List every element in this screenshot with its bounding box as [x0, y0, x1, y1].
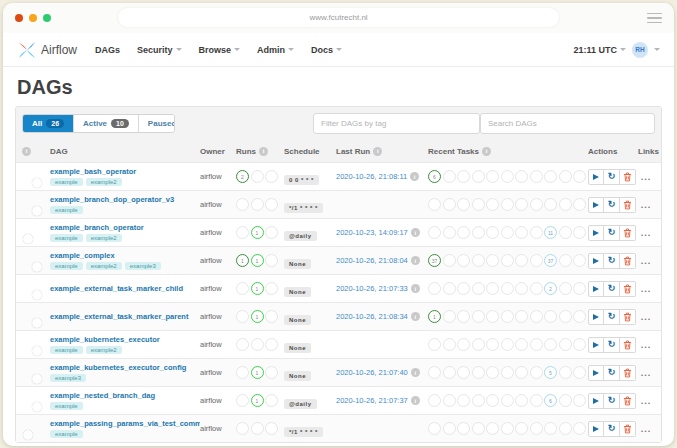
task-circle[interactable]: [559, 282, 572, 295]
task-circle[interactable]: [573, 310, 586, 323]
task-circle[interactable]: [457, 198, 470, 211]
task-circle[interactable]: 5: [544, 366, 557, 379]
task-circle[interactable]: [457, 254, 470, 267]
run-circle[interactable]: [236, 310, 249, 323]
run-circle[interactable]: [236, 366, 249, 379]
links-menu[interactable]: ...: [638, 368, 654, 378]
task-circle[interactable]: [443, 254, 456, 267]
trigger-dag-button[interactable]: [588, 337, 604, 353]
task-circle[interactable]: [457, 338, 470, 351]
schedule-badge[interactable]: 0 0 * * *: [284, 175, 319, 185]
refresh-dag-button[interactable]: ↻: [604, 365, 620, 381]
task-circle[interactable]: [501, 198, 514, 211]
run-circle[interactable]: [251, 422, 264, 435]
run-circle[interactable]: [236, 394, 249, 407]
task-circle[interactable]: [428, 338, 441, 351]
task-circle[interactable]: 2: [544, 282, 557, 295]
task-circle[interactable]: [573, 394, 586, 407]
tag-pill[interactable]: example: [50, 206, 83, 214]
task-circle[interactable]: [443, 422, 456, 435]
airflow-brand[interactable]: Airflow: [17, 40, 77, 60]
task-circle[interactable]: [457, 310, 470, 323]
task-circle[interactable]: [486, 394, 499, 407]
task-circle[interactable]: [559, 226, 572, 239]
trigger-dag-button[interactable]: [588, 281, 604, 297]
trigger-dag-button[interactable]: [588, 421, 604, 437]
schedule-badge[interactable]: None: [284, 259, 311, 269]
nav-item-browse[interactable]: Browse: [199, 45, 241, 55]
refresh-dag-button[interactable]: ↻: [604, 421, 620, 437]
run-circle[interactable]: [265, 226, 278, 239]
task-circle[interactable]: [486, 422, 499, 435]
task-circle[interactable]: [428, 366, 441, 379]
task-circle[interactable]: 11: [544, 226, 557, 239]
task-circle[interactable]: [530, 198, 543, 211]
links-menu[interactable]: ...: [638, 228, 654, 238]
refresh-dag-button[interactable]: ↻: [604, 309, 620, 325]
dag-name-link[interactable]: example_complex: [50, 251, 200, 260]
task-circle[interactable]: [472, 170, 485, 183]
delete-dag-button[interactable]: [620, 421, 636, 437]
delete-dag-button[interactable]: [620, 197, 636, 213]
task-circle[interactable]: 37: [544, 254, 557, 267]
task-circle[interactable]: [486, 198, 499, 211]
delete-dag-button[interactable]: [620, 365, 636, 381]
task-circle[interactable]: [530, 170, 543, 183]
nav-item-security[interactable]: Security: [137, 45, 182, 55]
task-circle[interactable]: [530, 282, 543, 295]
task-circle[interactable]: [559, 422, 572, 435]
task-circle[interactable]: [457, 394, 470, 407]
info-icon[interactable]: i: [482, 147, 491, 156]
task-circle[interactable]: [515, 394, 528, 407]
refresh-dag-button[interactable]: ↻: [604, 393, 620, 409]
task-circle[interactable]: [472, 338, 485, 351]
dag-name-link[interactable]: example_external_task_marker_child: [50, 284, 200, 293]
task-circle[interactable]: [559, 310, 572, 323]
run-circle[interactable]: [236, 338, 249, 351]
task-circle[interactable]: [530, 310, 543, 323]
info-icon[interactable]: i: [411, 256, 420, 265]
task-circle[interactable]: [457, 282, 470, 295]
links-menu[interactable]: ...: [638, 256, 654, 266]
run-circle[interactable]: 1: [251, 226, 264, 239]
task-circle[interactable]: [457, 366, 470, 379]
task-circle[interactable]: [486, 366, 499, 379]
task-circle[interactable]: [501, 366, 514, 379]
run-circle[interactable]: [265, 254, 278, 267]
task-circle[interactable]: [472, 310, 485, 323]
run-circle[interactable]: [251, 170, 264, 183]
run-circle[interactable]: [236, 422, 249, 435]
browser-menu-icon[interactable]: [647, 13, 662, 24]
schedule-badge[interactable]: None: [284, 371, 311, 381]
task-circle[interactable]: [501, 310, 514, 323]
trigger-dag-button[interactable]: [588, 365, 604, 381]
refresh-dag-button[interactable]: ↻: [604, 253, 620, 269]
task-circle[interactable]: [443, 394, 456, 407]
task-circle[interactable]: [443, 226, 456, 239]
task-circle[interactable]: [486, 310, 499, 323]
run-circle[interactable]: [265, 310, 278, 323]
task-circle[interactable]: [559, 198, 572, 211]
task-circle[interactable]: [472, 282, 485, 295]
trigger-dag-button[interactable]: [588, 225, 604, 241]
run-circle[interactable]: 1: [251, 310, 264, 323]
tag-pill[interactable]: example2: [86, 262, 122, 270]
info-icon[interactable]: i: [410, 172, 419, 181]
task-circle[interactable]: [530, 226, 543, 239]
close-window-button[interactable]: [15, 14, 23, 22]
links-menu[interactable]: ...: [638, 396, 654, 406]
task-circle[interactable]: [515, 422, 528, 435]
refresh-dag-button[interactable]: ↻: [604, 337, 620, 353]
tag-pill[interactable]: example3: [125, 262, 161, 270]
task-circle[interactable]: [443, 366, 456, 379]
task-circle[interactable]: [472, 254, 485, 267]
info-icon[interactable]: i: [373, 147, 382, 156]
links-menu[interactable]: ...: [638, 200, 654, 210]
last-run-link[interactable]: 2020-10-26, 21:08:11: [336, 172, 407, 181]
task-circle[interactable]: [501, 338, 514, 351]
task-circle[interactable]: [559, 170, 572, 183]
task-circle[interactable]: [472, 198, 485, 211]
tag-pill[interactable]: example3: [50, 374, 86, 382]
task-circle[interactable]: [530, 254, 543, 267]
task-circle[interactable]: [486, 254, 499, 267]
